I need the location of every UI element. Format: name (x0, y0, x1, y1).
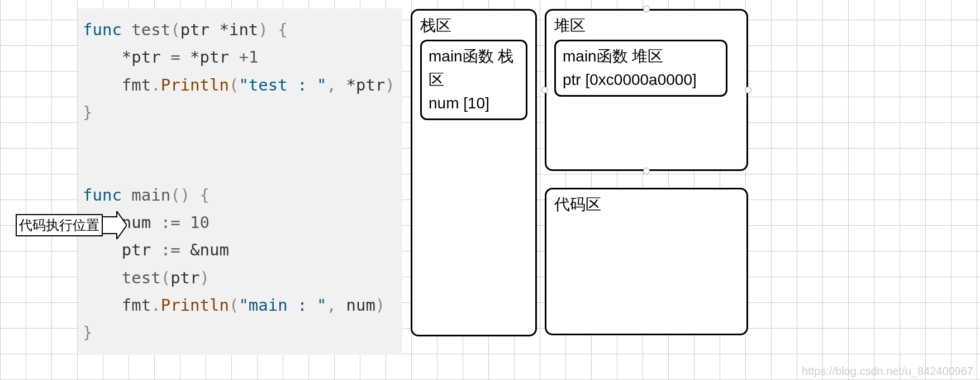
selection-handle-icon[interactable] (745, 87, 751, 93)
heap-main-box: main函数 堆区 ptr [0xc0000a0000] (554, 40, 727, 97)
stack-panel: 栈区 main函数 栈区 num [10] (411, 9, 537, 336)
stack-panel-title: 栈区 (420, 15, 527, 36)
arrow-label: 代码执行位置 (16, 214, 103, 236)
code-area-panel: 代码区 (545, 188, 748, 335)
selection-handle-icon[interactable] (541, 87, 548, 93)
arrow-head-icon (102, 211, 127, 239)
watermark: https://blog.csdn.net/u_842400967 (802, 365, 973, 378)
stack-box-line1: main函数 栈区 (429, 45, 519, 92)
code-content: func test(ptr *int) { *ptr = *ptr +1 fmt… (83, 16, 398, 347)
heap-box-line2: ptr [0xc0000a0000] (563, 68, 719, 92)
stack-box-line2: num [10] (429, 92, 519, 115)
code-area-title: 代码区 (554, 194, 739, 215)
execution-pointer-arrow: 代码执行位置 (16, 211, 127, 239)
stack-main-box: main函数 栈区 num [10] (420, 40, 527, 120)
selection-handle-icon[interactable] (643, 168, 650, 174)
heap-panel[interactable]: 堆区 main函数 堆区 ptr [0xc0000a0000] (545, 9, 748, 171)
selection-handle-icon[interactable] (643, 6, 650, 12)
heap-box-line1: main函数 堆区 (563, 45, 719, 68)
code-block: func test(ptr *int) { *ptr = *ptr +1 fmt… (78, 8, 402, 355)
svg-marker-0 (102, 211, 127, 239)
heap-panel-title: 堆区 (554, 15, 739, 36)
